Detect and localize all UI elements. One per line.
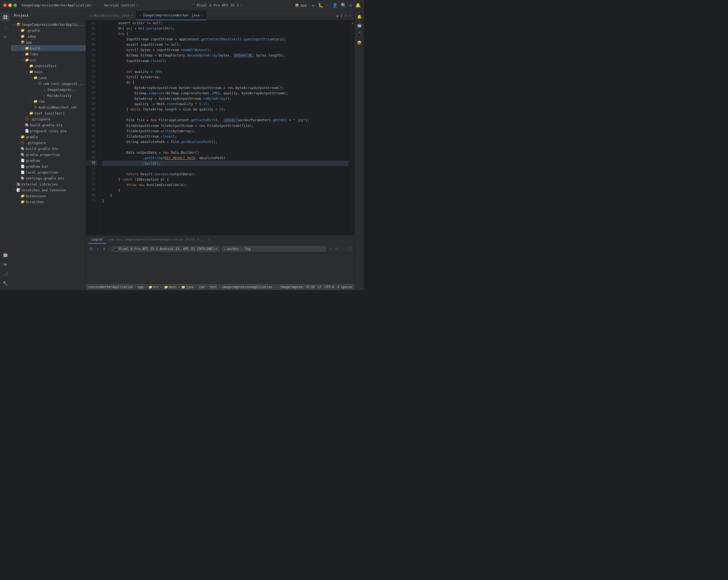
bookmarks-button[interactable]: ☆ <box>1 23 10 31</box>
tab-close-mainactivity[interactable]: ✕ <box>131 14 133 17</box>
logcat-toolbar: 🗑 ⬇ ⏸ 📱 Pixel 6 Pro API 33 2 Android 13,… <box>86 244 354 254</box>
device-manager-button[interactable]: 📱 <box>356 30 363 37</box>
tree-arrow-test: › <box>25 112 29 115</box>
status-main-icon: 📁 <box>164 285 168 289</box>
clear-filter-button[interactable]: ✕ <box>328 246 333 251</box>
tree-item-androidtest[interactable]: › 📁 androidTest <box>11 63 86 69</box>
code-line-71: return Result.success(outputData); <box>102 172 195 176</box>
settings-button[interactable]: ⚙ <box>349 3 352 8</box>
tree-item-scratches[interactable]: ▾ 📝 Scratches and Consoles <box>11 187 86 193</box>
logcat-content[interactable] <box>86 254 354 283</box>
tree-item-main[interactable]: ▾ 📁 main <box>11 69 86 75</box>
status-src-icon: 📁 <box>149 285 152 289</box>
tree-item-java[interactable]: ▾ 📁 java <box>11 75 86 81</box>
status-indentation[interactable]: 4 spaces <box>337 285 352 289</box>
sdk-manager-button[interactable]: 📦 <box>356 39 363 46</box>
code-content[interactable]: assert uriStr != null; Uri uri = Uri.par… <box>100 20 350 235</box>
tab-imagecompression-label: ImageCompressionWorker.java <box>143 13 200 17</box>
close-button[interactable] <box>3 3 7 7</box>
tree-item-scratches-dir[interactable]: › 📁 Scratches <box>11 199 86 205</box>
project-selector[interactable]: ImageCompressionWorkerApplication ▾ <box>21 3 93 7</box>
tree-item-res[interactable]: › 📁 res <box>11 98 86 104</box>
tree-item-local-props[interactable]: › 📄 local.properties <box>11 169 86 175</box>
minimize-button[interactable] <box>8 3 12 7</box>
android-studio-assistant-button[interactable]: 🤖 <box>356 22 363 29</box>
search-everywhere-button[interactable]: 🔍 <box>341 3 346 8</box>
more-button[interactable]: ⋯ <box>327 3 329 8</box>
tree-item-test[interactable]: › 📁 test [unitTest] <box>11 110 86 116</box>
right-gutter: ▲ <box>350 20 354 235</box>
tree-item-gradle-dir2[interactable]: › 📁 gradle <box>11 134 86 140</box>
sidebar-header[interactable]: Project ▾ <box>11 11 86 20</box>
debug-button[interactable]: 🐛 <box>318 3 323 8</box>
warning-badge[interactable]: ▲ 2 <box>336 14 342 18</box>
tree-item-manifest[interactable]: › 🗋 AndroidManifest.xml <box>11 104 86 110</box>
tab-close-imagecompression[interactable]: ✕ <box>201 14 203 17</box>
tree-item-app[interactable]: ▾ 📦 app <box>11 39 86 45</box>
device-label: Pixel 6 Pro API 33 2 <box>197 3 239 7</box>
tab-mainactivity[interactable]: ☕ MainActivity.java ✕ <box>87 11 136 20</box>
tree-item-gradle-dir[interactable]: › 📁 .gradle <box>11 27 86 33</box>
line-num-52: 52 <box>86 64 98 69</box>
maximize-button[interactable] <box>14 3 17 7</box>
device-selector[interactable]: 📱 Pixel 6 Pro API 33 2 Android 13, API 3… <box>111 246 219 252</box>
case-sensitive-button[interactable]: Cc <box>334 247 340 251</box>
logcat-bottom[interactable]: ≡ <box>1 260 10 269</box>
tree-item-gitignore-app[interactable]: › 🚫 .gitignore <box>11 116 86 122</box>
code-line-73: throw new RuntimeException(e); <box>102 183 187 187</box>
project-view-button[interactable] <box>1 13 10 22</box>
tree-item-build[interactable]: ▾ 📁 build <box>11 45 86 51</box>
tree-item-gitignore-root[interactable]: › 🚫 .gitignore <box>11 140 86 146</box>
tree-item-libs[interactable]: › 📁 libs <box>11 51 86 57</box>
git-button[interactable]: ⎇ <box>1 270 10 278</box>
expand-editor-button[interactable]: ⬆ <box>344 14 346 18</box>
project-name: ImageCompressionWorkerApplication <box>21 3 90 7</box>
line-num-51: 51 <box>86 58 98 64</box>
logcat-tab-close[interactable]: ✕ <box>208 238 210 241</box>
filter-input[interactable] <box>227 247 324 251</box>
tree-item-package[interactable]: ▾ ⬛ com.test.imagecot... <box>11 81 86 86</box>
title-bar: ImageCompressionWorkerApplication ▾ | Ve… <box>0 0 364 11</box>
status-app-name: ressionWorkerApplication <box>88 285 133 289</box>
notifications-button[interactable]: 🔔 <box>356 3 361 8</box>
tree-item-buildgradle-root[interactable]: › 🐘 build.gradle.kts <box>11 146 86 152</box>
run-config[interactable]: 📦 app ▾ <box>295 3 310 7</box>
build-bottom[interactable]: 🔨 <box>1 279 10 288</box>
run-button[interactable]: ▶ <box>312 3 315 8</box>
tree-arrow-androidtest: › <box>25 65 29 68</box>
android-button[interactable]: 🤖 <box>1 250 10 259</box>
bookmark-logcat-button[interactable]: ☆ <box>341 246 346 251</box>
tree-arrow-build: ▾ <box>20 47 25 50</box>
tree-item-proguard[interactable]: › 📄 proguard-rules.pro <box>11 128 86 134</box>
tab-imagecompression[interactable]: ☕ ImageCompressionWorker.java ✕ <box>136 11 207 20</box>
code-line-60: } while (byteArray.length > size && qual… <box>102 107 225 111</box>
structure-button[interactable]: ≡ <box>1 32 10 41</box>
notifications-right-button[interactable]: 🔔 <box>356 13 363 20</box>
tree-item-imagecompressor[interactable]: › ☕ ImageCompres... <box>11 86 86 93</box>
tree-item-external-libs[interactable]: › 📚 External Libraries <box>11 181 86 187</box>
clear-logcat-button[interactable]: 🗑 <box>88 246 94 252</box>
status-encoding[interactable]: UTF-8 <box>325 285 334 289</box>
pause-logcat-button[interactable]: ⏸ <box>101 246 107 252</box>
vcs-selector[interactable]: Version control ▾ <box>104 3 138 7</box>
tree-item-mainactivity[interactable]: › ☕ MainActivity <box>11 93 86 98</box>
status-position[interactable]: 70:30 <box>306 285 315 289</box>
scroll-to-end-button[interactable]: ⬇ <box>95 246 101 252</box>
device-selector[interactable]: 📱 Pixel 6 Pro API 33 2 ▾ <box>191 3 242 7</box>
sidebar-chevron-icon: ▾ <box>30 14 31 17</box>
code-line-53: int quality = 100; <box>102 70 163 74</box>
tree-item-root[interactable]: ▾ 📦 ImageCompressionWorkerApplic... <box>11 22 86 27</box>
tree-item-settings-gradle[interactable]: › 🐘 settings.gradle.kts <box>11 175 86 181</box>
tree-item-gradlew[interactable]: › 📄 gradlew <box>11 157 86 163</box>
tab-logcat[interactable]: Logcat <box>88 235 106 244</box>
tree-item-extensions[interactable]: › 📁 Extensions <box>11 193 86 199</box>
tree-item-gradle-props[interactable]: › 🐘 gradle.properties <box>11 152 86 157</box>
help-logcat-button[interactable]: ? <box>347 247 352 251</box>
tree-item-gradlew-bat[interactable]: › 📄 gradlew.bat <box>11 163 86 169</box>
more-tabs-button[interactable]: ⋯ <box>349 14 351 18</box>
status-line-ending[interactable]: LF <box>318 285 321 289</box>
tree-item-src[interactable]: ▾ 📁 src <box>11 57 86 63</box>
tree-item-buildgradle-app[interactable]: › 🐘 build.gradle.kts <box>11 122 86 128</box>
tree-item-idea[interactable]: › 📁 .idea <box>11 33 86 39</box>
profile-button[interactable]: 👤 <box>332 3 338 8</box>
